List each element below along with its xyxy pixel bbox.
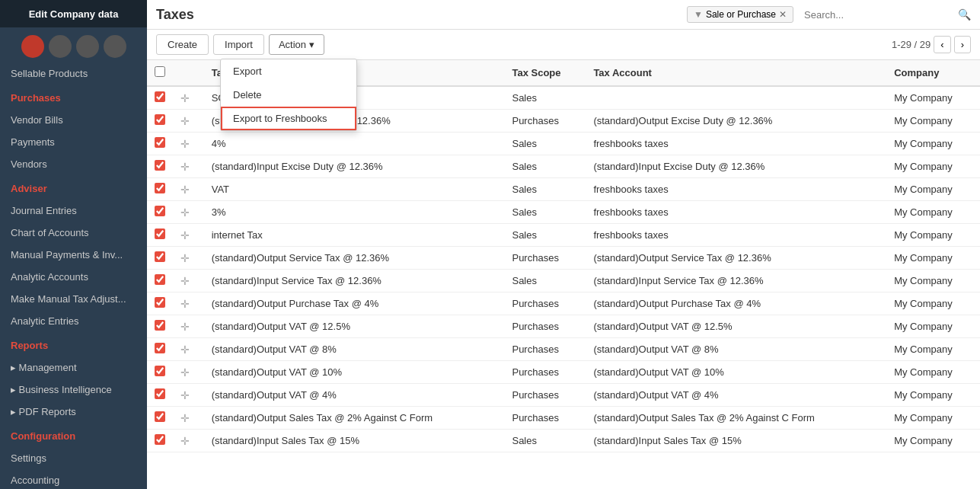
row-drag-handle[interactable]: ✛ — [173, 133, 204, 155]
search-button[interactable]: 🔍 — [958, 8, 971, 21]
page-title: Taxes — [156, 7, 194, 23]
row-tax-name[interactable]: (standard)Output VAT @ 8% — [204, 338, 505, 361]
header-checkbox-cell — [147, 60, 173, 86]
search-input[interactable] — [800, 7, 952, 23]
header-company[interactable]: Company — [886, 60, 980, 86]
row-tax-name[interactable]: internet Tax — [204, 224, 505, 247]
row-tax-name[interactable]: (standard)Output Service Tax @ 12.36% — [204, 247, 505, 270]
row-checkbox[interactable] — [155, 114, 165, 125]
sidebar-item-analytic-accounts[interactable]: Analytic Accounts — [0, 266, 147, 288]
import-button[interactable]: Import — [213, 34, 264, 55]
logo-dot-2 — [49, 35, 72, 58]
logo-dot-4 — [104, 35, 126, 58]
sidebar-item-chart-of-accounts[interactable]: Chart of Accounts — [0, 222, 147, 244]
row-drag-handle[interactable]: ✛ — [173, 407, 204, 430]
row-drag-handle[interactable]: ✛ — [173, 292, 204, 315]
select-all-checkbox[interactable] — [155, 66, 165, 77]
row-drag-handle[interactable]: ✛ — [173, 86, 204, 110]
sidebar-item-vendor-bills[interactable]: Vendor Bills — [0, 109, 147, 131]
row-tax-name[interactable]: VAT — [204, 178, 505, 201]
row-company: My Company — [886, 407, 980, 430]
sidebar-section-purchases: Purchases — [0, 85, 147, 109]
row-drag-handle[interactable]: ✛ — [173, 270, 204, 292]
sidebar-item-make-manual-tax[interactable]: Make Manual Tax Adjust... — [0, 288, 147, 310]
row-company: My Company — [886, 201, 980, 224]
row-drag-handle[interactable]: ✛ — [173, 155, 204, 178]
create-button[interactable]: Create — [156, 34, 209, 55]
row-tax-name[interactable]: (standard)Output VAT @ 12.5% — [204, 315, 505, 338]
sidebar-item-business-intelligence[interactable]: ▸ Business Intelligence — [0, 379, 147, 401]
sidebar-section-adviser: Adviser — [0, 175, 147, 200]
sidebar-item-analytic-entries[interactable]: Analytic Entries — [0, 310, 147, 332]
row-tax-name[interactable]: (standard)Output VAT @ 10% — [204, 361, 505, 384]
row-company: My Company — [886, 430, 980, 452]
action-button[interactable]: Action ▾ — [269, 34, 324, 55]
sidebar-item-vendors[interactable]: Vendors — [0, 153, 147, 175]
row-checkbox[interactable] — [155, 183, 165, 193]
row-drag-handle[interactable]: ✛ — [173, 361, 204, 384]
row-tax-scope: Purchases — [504, 292, 586, 315]
sidebar-item-management[interactable]: ▸ Management — [0, 356, 147, 379]
sidebar-item-settings[interactable]: Settings — [0, 447, 147, 469]
next-page-button[interactable]: › — [954, 36, 971, 53]
row-checkbox[interactable] — [155, 137, 165, 148]
dropdown-delete[interactable]: Delete — [221, 83, 356, 107]
row-tax-account: (standard)Input Sales Tax @ 15% — [586, 430, 886, 452]
row-checkbox[interactable] — [155, 411, 165, 422]
prev-page-button[interactable]: ‹ — [934, 36, 950, 53]
row-drag-handle[interactable]: ✛ — [173, 201, 204, 224]
row-tax-name[interactable]: (standard)Output Purchase Tax @ 4% — [204, 292, 505, 315]
row-checkbox[interactable] — [155, 206, 165, 216]
row-checkbox[interactable] — [155, 434, 165, 445]
row-tax-name[interactable]: 3% — [204, 201, 505, 224]
funnel-icon: ▼ — [694, 9, 703, 20]
row-checkbox-cell — [147, 361, 173, 384]
row-checkbox[interactable] — [155, 320, 165, 331]
row-drag-handle[interactable]: ✛ — [173, 247, 204, 270]
row-tax-scope: Purchases — [504, 247, 586, 270]
row-tax-name[interactable]: (standard)Output VAT @ 4% — [204, 384, 505, 407]
row-checkbox[interactable] — [155, 160, 165, 171]
sidebar-section-configuration: Configuration — [0, 423, 147, 447]
filter-close-icon[interactable]: ✕ — [779, 9, 787, 20]
row-drag-handle[interactable]: ✛ — [173, 224, 204, 247]
row-drag-handle[interactable]: ✛ — [173, 384, 204, 407]
row-checkbox[interactable] — [155, 251, 165, 262]
row-checkbox-cell — [147, 155, 173, 178]
row-checkbox[interactable] — [155, 388, 165, 399]
row-tax-name[interactable]: (standard)Output Sales Tax @ 2% Against … — [204, 407, 505, 430]
table-row: ✛ (standard)Input Service Tax @ 12.36% S… — [147, 270, 980, 292]
row-checkbox-cell — [147, 224, 173, 247]
row-checkbox[interactable] — [155, 91, 165, 102]
table-row: ✛ (standard)Input Sales Tax @ 15% Sales … — [147, 430, 980, 452]
row-tax-name[interactable]: 4% — [204, 133, 505, 155]
sidebar-item-pdf-reports[interactable]: ▸ PDF Reports — [0, 401, 147, 423]
row-tax-name[interactable]: (standard)Input Excise Duty @ 12.36% — [204, 155, 505, 178]
sidebar-section-reports: Reports — [0, 332, 147, 356]
row-checkbox[interactable] — [155, 343, 165, 353]
dropdown-export[interactable]: Export — [221, 59, 356, 83]
row-tax-name[interactable]: (standard)Input Service Tax @ 12.36% — [204, 270, 505, 292]
sidebar-item-payments[interactable]: Payments — [0, 131, 147, 153]
topbar: Taxes ▼ Sale or Purchase ✕ 🔍 — [147, 0, 980, 30]
header-tax-scope[interactable]: Tax Scope — [504, 60, 586, 86]
row-drag-handle[interactable]: ✛ — [173, 430, 204, 452]
row-drag-handle[interactable]: ✛ — [173, 338, 204, 361]
header-tax-account[interactable]: Tax Account — [586, 60, 886, 86]
sidebar-item-manual-payments[interactable]: Manual Payments & Inv... — [0, 244, 147, 266]
row-tax-name[interactable]: (standard)Input Sales Tax @ 15% — [204, 430, 505, 452]
row-tax-scope: Purchases — [504, 110, 586, 133]
sidebar-item-sellable-products[interactable]: Sellable Products — [0, 62, 147, 85]
sidebar-item-accounting[interactable]: Accounting — [0, 469, 147, 489]
row-checkbox[interactable] — [155, 229, 165, 239]
row-drag-handle[interactable]: ✛ — [173, 315, 204, 338]
dropdown-export-freshbooks[interactable]: Export to Freshbooks — [221, 107, 356, 130]
row-checkbox[interactable] — [155, 297, 165, 308]
row-checkbox[interactable] — [155, 366, 165, 376]
sidebar-item-journal-entries[interactable]: Journal Entries — [0, 200, 147, 222]
row-tax-scope: Purchases — [504, 384, 586, 407]
row-company: My Company — [886, 338, 980, 361]
row-drag-handle[interactable]: ✛ — [173, 178, 204, 201]
row-drag-handle[interactable]: ✛ — [173, 110, 204, 133]
row-checkbox[interactable] — [155, 274, 165, 285]
